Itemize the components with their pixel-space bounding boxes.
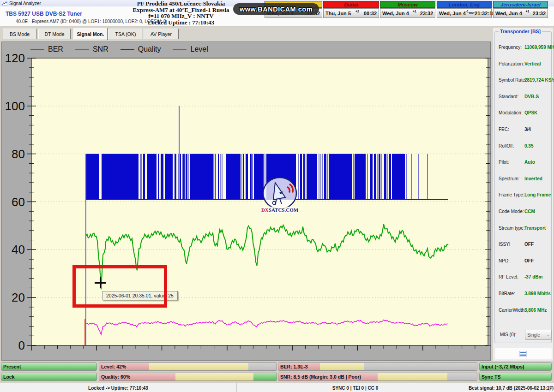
field-value: CCM — [524, 209, 535, 214]
field-bitrate: BitRate:3.898 Mbit/s — [495, 291, 552, 297]
clock-dubai: DubaiThu, Jun 5+200:32 — [323, 1, 379, 18]
field-symbol-rate: Symbol Rate:2819,724 KS/s — [495, 77, 552, 84]
clock-date: Wed, Jun 4 — [495, 11, 522, 16]
series-quality-block — [300, 154, 302, 200]
field-pilot: Pilot:Auto — [495, 160, 552, 166]
series-quality-block — [226, 154, 241, 200]
tab-bar: BS ModeDT ModeSignal Mon.TSA (OK)AV Play… — [0, 27, 554, 42]
mis-value: Single — [527, 333, 540, 338]
indicator-sync-ts: Sync TS — [479, 373, 552, 381]
series-quality-block — [243, 154, 244, 200]
field-modulation: Modulation:QPSK — [495, 110, 552, 117]
field-spectrum: Spectrum:Inverted — [495, 176, 552, 183]
resize-grip[interactable] — [548, 386, 553, 391]
field-value: 3/4 — [524, 127, 531, 132]
series-quality-block — [250, 154, 252, 200]
field-label: Code Mode: — [499, 209, 524, 214]
series-quality-block — [102, 154, 138, 200]
clock-jerusalem-israel: Jerusalem-IsraelWed, Jun 4+123:32 — [493, 1, 548, 18]
chevron-down-icon: ⌄ — [546, 333, 550, 337]
tab-av-player[interactable]: AV Player — [144, 29, 179, 39]
status-best-signal: Best signal: 10,7 dB (2025-06-02 13:17) — [474, 383, 548, 392]
field-standard: Standard:DVB-S — [495, 94, 552, 101]
annotation-line: Locked Uptime : 77:10:43 — [126, 19, 236, 26]
tab-tsa-ok[interactable]: TSA (OK) — [108, 29, 143, 39]
indicator-label: Lock — [3, 373, 15, 380]
tab-dt-mode[interactable]: DT Mode — [38, 29, 71, 39]
field-value: -37 dBm — [524, 274, 542, 279]
status-sync-counters: SYNC 0 | TEI 0 | CC 0 — [237, 383, 474, 392]
field-label: Polarization: — [499, 61, 524, 66]
ytick-label-100: 100 — [5, 99, 25, 113]
clock-time: 23:32 — [420, 11, 433, 16]
indicator-label: Quality: 60% — [101, 373, 130, 380]
series-quality-block — [246, 154, 248, 200]
red-annotation-rectangle — [72, 265, 167, 308]
series-quality-block — [215, 154, 216, 200]
tab-signal-mon[interactable]: Signal Mon. — [73, 28, 108, 40]
series-quality-block — [392, 154, 405, 200]
field-rf-level: RF Level:-37 dBm — [495, 274, 552, 281]
clock-utc-offset: +1 — [409, 10, 420, 13]
dxsatcs-logo-watermark: DXSATCS.COM — [261, 176, 298, 215]
field-value: Long Frame — [524, 192, 551, 197]
field-issyi: ISSYIOFF — [495, 242, 552, 248]
field-label: Modulation: — [499, 110, 523, 115]
ytick-label-40: 40 — [12, 243, 25, 256]
series-quality-block — [389, 154, 391, 200]
indicator-ber: BER: 1,3E-3 — [278, 362, 477, 371]
series-quality-block — [329, 154, 352, 200]
field-value: 2819,724 KS/s — [524, 77, 554, 83]
series-quality-block — [370, 154, 373, 200]
clock-date: Wed, Jun 4 — [382, 11, 409, 16]
clock-utc-offset: -1DST — [466, 10, 475, 13]
series-quality-block — [374, 154, 376, 200]
field-label: Symbol Rate: — [499, 77, 526, 83]
series-quality-block — [175, 154, 176, 200]
clock-utc-offset: +1 — [522, 10, 533, 13]
field-frame-type: Frame Type:Long Frame — [495, 192, 552, 199]
indicator-present: Present — [1, 362, 97, 371]
clock-city: Jerusalem-Israel — [493, 1, 548, 8]
field-value: Transport — [524, 226, 546, 231]
indicator-bars: PresentLevel: 42%BER: 1,3E-3Input (~3,72… — [0, 362, 554, 382]
field-label: Standard: — [499, 94, 518, 99]
field-frequency: Frequency:11069,959 MHz — [495, 45, 552, 51]
signal-chart[interactable]: 020406080100120 — [2, 42, 491, 361]
clock-utc-offset: +2 — [351, 10, 364, 13]
clock-city: London, Eng — [437, 1, 492, 8]
stream-list-button[interactable] — [494, 348, 552, 359]
bandicam-watermark: www.BANDICAM.com — [233, 3, 319, 15]
mis-select[interactable]: Single ⌄ — [525, 330, 552, 340]
mis-label: MIS (0): — [500, 332, 517, 337]
mis-row: MIS (0): Single ⌄ — [496, 330, 554, 340]
svg-text:DXSATCS.COM: DXSATCS.COM — [261, 207, 298, 213]
field-label: Spectrum: — [499, 176, 520, 181]
clock-time: 21:32:18 — [475, 11, 495, 16]
chart-panel: BERSNRQualityLevel 020406080100120 — [1, 42, 491, 361]
series-quality-block — [186, 154, 187, 200]
field-label: RF Level: — [499, 274, 518, 279]
tab-bs-mode[interactable]: BS Mode — [3, 29, 36, 39]
series-quality-block — [86, 154, 99, 200]
field-value: Auto — [524, 160, 535, 165]
clock-city: Moscow — [380, 1, 435, 8]
indicator-label: Input (~3,72 Mbps) — [482, 363, 524, 370]
field-rolloff: RollOff:0.35 — [495, 143, 552, 150]
field-value: DVB-S — [524, 94, 539, 99]
series-quality-block — [180, 154, 181, 200]
series-quality-block — [165, 154, 173, 200]
series-quality-block — [379, 154, 380, 200]
field-label: Frequency: — [499, 45, 522, 50]
field-value: 3,806 MHz — [524, 308, 547, 313]
indicator-label: BER: 1,3E-3 — [280, 363, 308, 370]
series-quality-block — [324, 154, 326, 200]
series-quality-block — [143, 154, 145, 200]
field-fec: FEC:3/4 — [495, 127, 552, 133]
field-value: 11069,959 MHz — [524, 45, 554, 50]
field-carrierwidth: CarrierWidth:3,806 MHz — [495, 308, 552, 314]
series-quality-block — [190, 154, 213, 200]
indicator-label: Sync TS — [482, 373, 500, 380]
header: Signal Analyzer TBS 5927 USB DVB-S2 Tune… — [0, 0, 554, 26]
indicator-level: Level: 42% — [99, 362, 277, 371]
